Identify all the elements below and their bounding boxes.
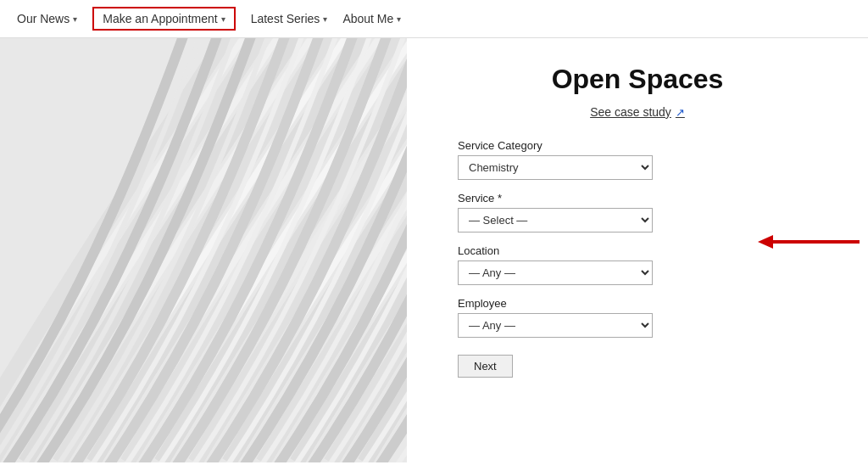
red-arrow-annotation: [749, 225, 860, 262]
employee-select[interactable]: — Any —: [458, 313, 653, 338]
nav-latest-series-label: Latest Series: [251, 12, 320, 25]
location-label: Location: [458, 244, 653, 257]
nav-latest-series[interactable]: Latest Series ▾: [251, 12, 328, 25]
case-study-label: See case study: [590, 105, 671, 119]
nav-our-news-label: Our News: [17, 12, 70, 25]
nav-make-appointment[interactable]: Make an Appointment ▾: [92, 7, 235, 31]
right-panel: Open Spaces See case study ↗ Service Cat…: [407, 38, 868, 462]
location-select[interactable]: — Any —: [458, 261, 653, 285]
svg-marker-2: [758, 235, 773, 249]
nav-latest-series-arrow: ▾: [323, 14, 327, 24]
nav-about-me-arrow: ▾: [397, 14, 401, 24]
location-group: Location — Any —: [458, 244, 653, 285]
external-link-icon: ↗: [676, 106, 685, 119]
service-category-group: Service Category Chemistry: [458, 139, 653, 180]
nav-make-appointment-label: Make an Appointment: [103, 12, 217, 25]
nav-about-me[interactable]: About Me ▾: [342, 12, 401, 25]
service-category-select[interactable]: Chemistry: [458, 155, 653, 180]
nav-our-news-arrow: ▾: [73, 14, 77, 24]
service-label: Service *: [458, 192, 653, 204]
nav-about-me-label: About Me: [342, 12, 393, 25]
nav-bar: Our News ▾ Make an Appointment ▾ Latest …: [0, 0, 868, 38]
nav-our-news[interactable]: Our News ▾: [17, 12, 77, 25]
wave-svg: [0, 38, 407, 462]
employee-label: Employee: [458, 297, 653, 310]
left-image: [0, 38, 407, 462]
next-button[interactable]: Next: [458, 355, 513, 378]
employee-group: Employee — Any —: [458, 297, 653, 338]
nav-make-appointment-arrow: ▾: [221, 14, 225, 24]
main-content: Open Spaces See case study ↗ Service Cat…: [0, 38, 868, 462]
case-study-link[interactable]: See case study ↗: [590, 105, 685, 119]
page-title: Open Spaces: [552, 64, 724, 95]
service-select[interactable]: — Select —: [458, 208, 653, 232]
service-group: Service * — Select —: [458, 192, 653, 232]
service-category-label: Service Category: [458, 139, 653, 152]
arrow-svg: [749, 225, 860, 259]
